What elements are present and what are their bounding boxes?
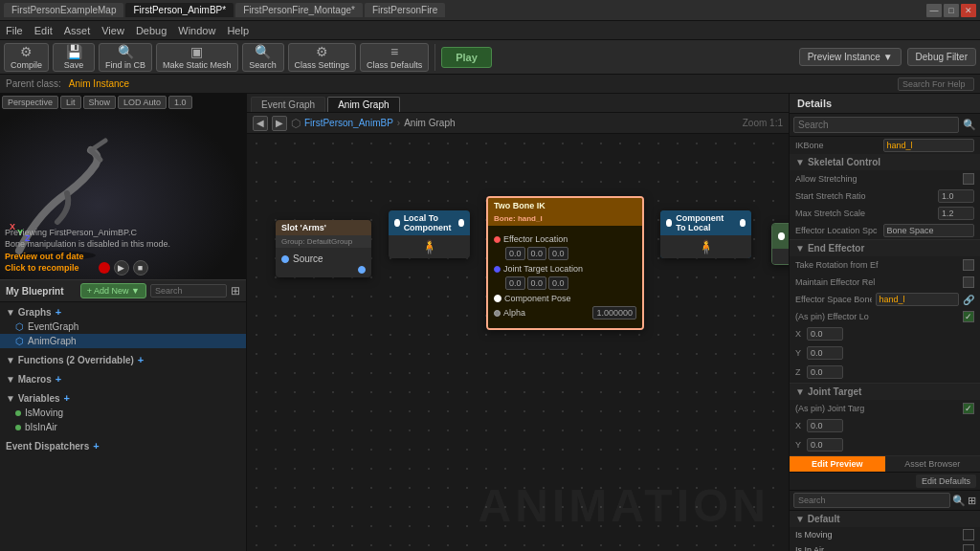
lit-btn[interactable]: Lit bbox=[60, 96, 81, 109]
menu-debug[interactable]: Debug bbox=[136, 25, 167, 36]
back-button[interactable]: ◀ bbox=[253, 116, 268, 131]
macros-header[interactable]: ▼ Macros + bbox=[0, 371, 246, 386]
slot-arms-source-pin: Source bbox=[281, 253, 366, 264]
is-in-air-checkbox[interactable] bbox=[963, 544, 974, 551]
effector-z-input[interactable] bbox=[807, 365, 843, 379]
is-in-air-variable[interactable]: bIsInAir bbox=[0, 420, 246, 434]
stop-button[interactable]: ■ bbox=[133, 260, 148, 276]
compile-button[interactable]: ⚙ Compile bbox=[4, 43, 49, 72]
as-pin-joint-label: (As pin) Joint Targ bbox=[795, 404, 959, 413]
graphs-header[interactable]: ▼ Graphs + bbox=[0, 304, 246, 320]
filter-icon[interactable]: ⊞ bbox=[231, 284, 240, 298]
effector-x-input[interactable] bbox=[807, 327, 843, 341]
preview-search-input[interactable] bbox=[793, 493, 950, 508]
menu-window[interactable]: Window bbox=[178, 25, 215, 36]
class-settings-button[interactable]: ⚙ Class Settings bbox=[288, 43, 357, 72]
component-to-local-node[interactable]: Component To Local 🧍 bbox=[660, 210, 751, 258]
search-icon[interactable]: 🔍 bbox=[963, 119, 976, 131]
as-pin-joint-checkbox[interactable]: ✓ bbox=[963, 403, 974, 414]
effector-space-dropdown[interactable]: Bone Space bbox=[883, 224, 975, 237]
allow-stretching-checkbox[interactable] bbox=[963, 173, 974, 185]
menu-help[interactable]: Help bbox=[227, 25, 249, 36]
functions-add-button[interactable]: + bbox=[138, 354, 144, 365]
forward-button[interactable]: ▶ bbox=[272, 116, 287, 131]
play-button[interactable]: Play bbox=[441, 47, 492, 68]
take-rotation-checkbox[interactable] bbox=[963, 259, 974, 271]
tbi-subtitle: Bone: hand_l bbox=[494, 214, 543, 223]
menu-edit[interactable]: Edit bbox=[34, 25, 53, 36]
output-pose-body bbox=[772, 249, 789, 264]
right-panel: Details 🔍 IKBone hand_l ▼ Skeletal Contr… bbox=[789, 94, 980, 551]
variables-header[interactable]: ▼ Variables + bbox=[0, 390, 246, 406]
search-button[interactable]: 🔍 Search bbox=[242, 43, 284, 72]
close-button[interactable]: ✕ bbox=[961, 4, 976, 17]
joint-values: 0.0 0.0 0.0 bbox=[505, 276, 636, 290]
effector-space-bone-dropdown[interactable]: hand_l bbox=[876, 293, 960, 306]
menu-bar: File Edit Asset View Debug Window Help bbox=[0, 21, 980, 40]
play-pause-button[interactable]: ▶ bbox=[114, 260, 129, 276]
event-graph-tab[interactable]: Event Graph bbox=[251, 97, 325, 112]
add-new-button[interactable]: + Add New ▼ bbox=[80, 283, 146, 298]
blueprint-search-input[interactable] bbox=[150, 284, 227, 298]
as-pin-effector-checkbox[interactable]: ✓ bbox=[963, 311, 974, 322]
default-section-header[interactable]: ▼ Default bbox=[790, 511, 980, 527]
preview-search-icon[interactable]: 🔍 bbox=[952, 495, 966, 507]
max-stretch-input[interactable] bbox=[938, 207, 974, 220]
anim-graph-tab[interactable]: Anim Graph bbox=[327, 97, 399, 112]
title-tab-4[interactable]: FirstPersonFire bbox=[365, 3, 445, 17]
joint-x-input[interactable] bbox=[807, 419, 843, 432]
perspective-btn[interactable]: Perspective bbox=[2, 96, 58, 109]
breadcrumb-bp[interactable]: FirstPerson_AnimBP bbox=[304, 118, 393, 128]
title-tab-1[interactable]: FirstPersonExampleMap bbox=[4, 3, 123, 17]
macros-add-button[interactable]: + bbox=[56, 373, 61, 385]
make-static-mesh-button[interactable]: ▣ Make Static Mesh bbox=[156, 43, 238, 72]
maximize-button[interactable]: □ bbox=[944, 4, 959, 17]
output-pose-node[interactable]: Output Pose bbox=[771, 223, 789, 265]
edit-preview-tab[interactable]: Edit Preview bbox=[790, 456, 885, 472]
class-defaults-button[interactable]: ≡ Class Defaults bbox=[360, 43, 429, 72]
event-dispatchers-header[interactable]: Event Dispatchers + bbox=[0, 438, 246, 453]
graph-canvas[interactable]: Slot 'Arms' Group: DefaultGroup Source bbox=[247, 134, 789, 551]
minimize-button[interactable]: — bbox=[926, 4, 942, 17]
left-panel: Perspective Lit Show LOD Auto 1.0 X Y Z … bbox=[0, 94, 247, 551]
record-button[interactable] bbox=[99, 262, 110, 274]
debug-filter-button[interactable]: Debug Filter bbox=[907, 48, 976, 66]
dispatchers-add-button[interactable]: + bbox=[93, 440, 99, 452]
variables-add-button[interactable]: + bbox=[64, 392, 70, 404]
linked-icon[interactable]: 🔗 bbox=[963, 295, 974, 305]
is-moving-variable[interactable]: IsMoving bbox=[0, 406, 246, 420]
local-to-component-node[interactable]: Local To Component 🧍 bbox=[389, 210, 470, 258]
ik-bone-dropdown[interactable]: hand_l bbox=[883, 139, 975, 152]
skeletal-control-header[interactable]: ▼ Skeletal Control bbox=[790, 154, 980, 170]
is-moving-checkbox[interactable] bbox=[963, 529, 974, 540]
show-btn[interactable]: Show bbox=[83, 96, 117, 109]
title-tab-3[interactable]: FirstPersonFire_Montage* bbox=[235, 3, 363, 17]
menu-asset[interactable]: Asset bbox=[64, 25, 91, 36]
joint-y-input[interactable] bbox=[807, 438, 843, 452]
title-tab-2[interactable]: FirstPerson_AnimBP* bbox=[125, 3, 234, 17]
lod-btn[interactable]: LOD Auto bbox=[118, 96, 167, 109]
end-effector-header[interactable]: ▼ End Effector bbox=[790, 240, 980, 256]
anim-graph-item[interactable]: ⬡ AnimGraph bbox=[0, 334, 246, 348]
scale-btn[interactable]: 1.0 bbox=[168, 96, 192, 109]
menu-file[interactable]: File bbox=[6, 25, 23, 36]
help-search-input[interactable] bbox=[898, 77, 974, 91]
preview-filter-icon[interactable]: ⊞ bbox=[968, 495, 976, 507]
maintain-effector-checkbox[interactable] bbox=[963, 276, 974, 288]
slot-arms-node[interactable]: Slot 'Arms' Group: DefaultGroup Source bbox=[276, 220, 371, 277]
joint-target-location-pin: Joint Target Location bbox=[494, 264, 636, 274]
graphs-add-button[interactable]: + bbox=[56, 306, 61, 318]
menu-view[interactable]: View bbox=[101, 25, 124, 36]
effector-y-input[interactable] bbox=[807, 346, 843, 360]
edit-defaults-tab[interactable]: Edit Defaults bbox=[916, 474, 976, 488]
save-button[interactable]: 💾 Save bbox=[53, 43, 95, 72]
start-stretch-input[interactable] bbox=[938, 189, 974, 203]
asset-browser-tab[interactable]: Asset Browser bbox=[885, 456, 981, 472]
functions-header[interactable]: ▼ Functions (2 Overridable) + bbox=[0, 352, 246, 367]
details-search-input[interactable] bbox=[793, 117, 959, 133]
find-in-cb-button[interactable]: 🔍 Find in CB bbox=[99, 43, 152, 72]
preview-instance-button[interactable]: Preview Instance ▼ bbox=[799, 48, 902, 66]
event-graph-item[interactable]: ⬡ EventGraph bbox=[0, 320, 246, 334]
joint-target-header[interactable]: ▼ Joint Target bbox=[790, 384, 980, 400]
two-bone-ik-node[interactable]: Two Bone IK Bone: hand_l Effector Locati… bbox=[486, 196, 644, 330]
